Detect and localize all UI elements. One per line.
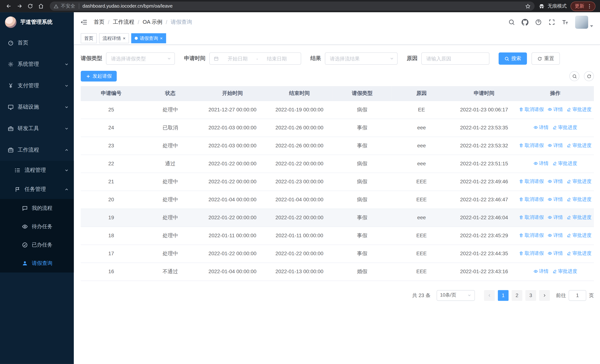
sidebar-item-label: 基础设施 bbox=[18, 104, 39, 111]
app-logo[interactable]: 芋道管理系统 bbox=[0, 12, 74, 32]
browser-refresh-button[interactable] bbox=[25, 1, 35, 11]
cell-status: 处理中 bbox=[141, 173, 199, 191]
chevron-up-icon bbox=[64, 148, 69, 152]
action-cancel-link[interactable]: 取消请假 bbox=[519, 106, 544, 113]
action-detail-link[interactable]: 详情 bbox=[548, 250, 563, 257]
next-page-button[interactable] bbox=[539, 290, 550, 301]
result-input[interactable] bbox=[330, 56, 386, 61]
header-search-icon[interactable] bbox=[508, 19, 515, 26]
action-detail-link[interactable]: 详情 bbox=[548, 214, 563, 221]
sidebar-fold-icon[interactable] bbox=[80, 18, 88, 26]
action-detail-link[interactable]: 详情 bbox=[533, 160, 549, 167]
prev-page-button[interactable] bbox=[484, 290, 495, 301]
table-mini-tools bbox=[569, 71, 594, 81]
reason-field[interactable] bbox=[421, 52, 489, 65]
sidebar-item-task-mgmt[interactable]: 任务管理 bbox=[0, 180, 74, 199]
sidebar-item-devtools[interactable]: 研发工具 bbox=[0, 118, 74, 139]
action-progress-link[interactable]: 审批进度 bbox=[552, 124, 577, 131]
action-detail-link[interactable]: 详情 bbox=[548, 106, 563, 113]
action-cancel-link[interactable]: 取消请假 bbox=[519, 214, 544, 221]
action-detail-link[interactable]: 详情 bbox=[548, 142, 563, 149]
leave-type-select[interactable] bbox=[106, 52, 175, 65]
tab-process-detail[interactable]: 流程详情 × bbox=[99, 33, 129, 43]
create-leave-button[interactable]: 发起请假 bbox=[81, 71, 117, 82]
reason-input[interactable] bbox=[426, 56, 485, 61]
sidebar-item-done-tasks[interactable]: 已办任务 bbox=[0, 236, 74, 254]
trash-icon bbox=[519, 215, 524, 220]
sidebar-item-payment[interactable]: 支付管理 bbox=[0, 75, 74, 97]
action-label: 取消请假 bbox=[525, 178, 544, 185]
browser-back-button[interactable] bbox=[4, 1, 14, 11]
sidebar-item-leave-query[interactable]: 请假查询 bbox=[0, 254, 74, 272]
github-icon[interactable] bbox=[522, 19, 528, 26]
action-detail-link[interactable]: 详情 bbox=[548, 196, 563, 203]
breadcrumb-home[interactable]: 首页 bbox=[94, 19, 104, 26]
avatar[interactable] bbox=[575, 16, 588, 29]
user-menu[interactable] bbox=[575, 16, 593, 29]
reset-button[interactable]: 重置 bbox=[531, 52, 560, 65]
page-button-3[interactable]: 3 bbox=[525, 290, 536, 301]
tab-leave-query[interactable]: 请假查询 × bbox=[131, 33, 166, 43]
action-cancel-link[interactable]: 取消请假 bbox=[519, 250, 544, 257]
toggle-search-button[interactable] bbox=[569, 71, 580, 81]
page-button-1[interactable]: 1 bbox=[498, 290, 509, 301]
close-icon[interactable]: × bbox=[160, 36, 162, 41]
sidebar-item-todo-tasks[interactable]: 待办任务 bbox=[0, 217, 74, 236]
action-cancel-link[interactable]: 取消请假 bbox=[519, 232, 544, 239]
sidebar-item-label: 首页 bbox=[18, 39, 28, 46]
browser-home-button[interactable] bbox=[36, 1, 46, 11]
browser-forward-button[interactable] bbox=[14, 1, 24, 11]
action-detail-link[interactable]: 详情 bbox=[533, 268, 549, 275]
breadcrumb-oa-example[interactable]: OA 示例 bbox=[143, 19, 162, 26]
breadcrumb-workflow[interactable]: 工作流程 bbox=[113, 19, 134, 26]
browser-update-button[interactable]: 更新 bbox=[571, 1, 595, 11]
sidebar-item-infra[interactable]: 基础设施 bbox=[0, 96, 74, 118]
action-progress-link[interactable]: 审批进度 bbox=[567, 232, 591, 239]
action-detail-link[interactable]: 详情 bbox=[548, 232, 563, 239]
page-size-select[interactable]: 10条/页 bbox=[437, 290, 475, 301]
refresh-table-button[interactable] bbox=[584, 71, 594, 81]
sidebar-item-workflow[interactable]: 工作流程 bbox=[0, 139, 74, 161]
cell-id: 18 bbox=[81, 227, 141, 245]
tab-label: 首页 bbox=[84, 35, 94, 42]
action-progress-link[interactable]: 审批进度 bbox=[552, 268, 577, 275]
fullscreen-icon[interactable] bbox=[548, 19, 555, 26]
action-detail-link[interactable]: 详情 bbox=[548, 178, 563, 185]
action-label: 详情 bbox=[553, 106, 563, 113]
action-progress-link[interactable]: 审批进度 bbox=[567, 106, 591, 113]
action-progress-link[interactable]: 审批进度 bbox=[567, 250, 591, 257]
end-date-input[interactable] bbox=[260, 56, 293, 61]
sidebar-item-my-process[interactable]: 我的流程 bbox=[0, 199, 74, 217]
action-cancel-link[interactable]: 取消请假 bbox=[519, 196, 544, 203]
action-progress-link[interactable]: 审批进度 bbox=[567, 196, 591, 203]
action-cancel-link[interactable]: 取消请假 bbox=[519, 142, 544, 149]
column-header-status: 状态 bbox=[141, 86, 199, 101]
edit-icon bbox=[567, 197, 571, 202]
cell-start: 2022-01-04 00:00:00 bbox=[199, 191, 266, 208]
action-progress-link[interactable]: 审批进度 bbox=[567, 178, 591, 185]
action-progress-link[interactable]: 审批进度 bbox=[567, 214, 591, 221]
cell-type: 婚假 bbox=[333, 263, 392, 280]
leave-type-input[interactable] bbox=[111, 56, 164, 61]
tab-home[interactable]: 首页 bbox=[81, 33, 97, 43]
date-range-picker[interactable]: - bbox=[209, 52, 301, 65]
action-detail-link[interactable]: 详情 bbox=[533, 124, 549, 131]
page-size-value: 10条/页 bbox=[440, 292, 456, 299]
sidebar-item-process-mgmt[interactable]: 流程管理 bbox=[0, 161, 74, 180]
result-select[interactable] bbox=[325, 52, 397, 65]
action-cancel-link[interactable]: 取消请假 bbox=[519, 178, 544, 185]
font-size-icon[interactable] bbox=[562, 19, 569, 26]
start-date-input[interactable] bbox=[221, 56, 254, 61]
not-secure-warning-icon[interactable] bbox=[54, 4, 58, 9]
action-progress-link[interactable]: 审批进度 bbox=[552, 160, 577, 167]
goto-page-input[interactable] bbox=[569, 290, 586, 301]
address-bar[interactable]: 不安全 dashboard.yudao.iocoder.cn/bpm/oa/le… bbox=[50, 1, 534, 11]
sidebar-item-system[interactable]: 系统管理 bbox=[0, 54, 74, 75]
close-icon[interactable]: × bbox=[123, 36, 125, 41]
help-icon[interactable] bbox=[535, 19, 542, 26]
action-progress-link[interactable]: 审批进度 bbox=[567, 142, 591, 149]
page-button-2[interactable]: 2 bbox=[512, 290, 522, 301]
bookmark-star-icon[interactable] bbox=[525, 3, 531, 9]
sidebar-item-home[interactable]: 首页 bbox=[0, 32, 74, 54]
search-button[interactable]: 搜索 bbox=[499, 52, 527, 65]
